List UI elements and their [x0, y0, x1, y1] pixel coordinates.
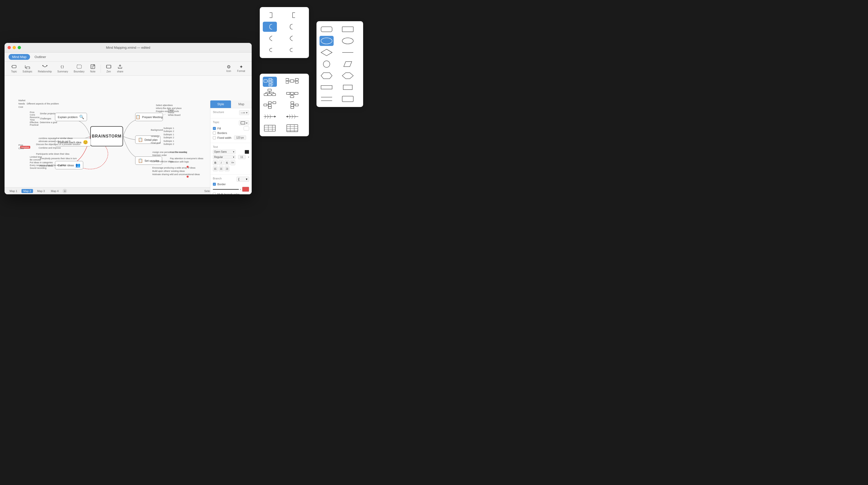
panel-icon-btn[interactable]: ⚙ Icon [224, 64, 234, 74]
fixed-width-value[interactable]: 123 px [234, 136, 246, 140]
italic-btn[interactable]: I [219, 160, 224, 165]
topic-shape-parallelogram[interactable] [341, 59, 355, 69]
topic-shape-lines[interactable] [319, 94, 334, 104]
align-center-btn[interactable] [219, 166, 224, 171]
leaf-host-meeting: Host the meeting [170, 151, 187, 153]
topic-shape-rect3[interactable] [341, 82, 355, 92]
leaf-effective: Effective [30, 121, 38, 124]
align-right-btn[interactable] [224, 166, 229, 171]
style-panel: Style Map Structure —∞ ▾ Topic [210, 101, 252, 187]
branch-shape-3-selected[interactable] [263, 22, 277, 32]
boundary-icon [76, 64, 82, 69]
struct-shape-table1[interactable] [263, 123, 277, 133]
struct-shape-1-selected[interactable] [263, 77, 277, 87]
branch-shape-6[interactable] [285, 33, 299, 44]
topic-shape-line[interactable] [341, 48, 355, 58]
svg-point-34 [321, 38, 332, 44]
struct-shape-5[interactable] [263, 100, 277, 110]
tab-map[interactable]: Map [231, 101, 252, 108]
topic-shape-octagon[interactable] [341, 70, 355, 81]
topic-shape-diamond[interactable] [319, 48, 334, 58]
svg-rect-85 [273, 102, 276, 104]
map-tab-4[interactable]: Map 4 [49, 189, 61, 193]
tab-outliner[interactable]: Outliner [31, 54, 50, 60]
central-node[interactable]: BRAINSTORM [90, 126, 123, 146]
svg-line-104 [289, 117, 290, 119]
leaf-select-attendees: Select attendees [156, 104, 173, 107]
add-map-btn[interactable]: + [63, 189, 67, 193]
svg-point-4 [46, 65, 48, 66]
font-select[interactable]: Open Sans ▾ [213, 150, 236, 154]
topic-shape-rect4[interactable] [341, 94, 355, 104]
tool-relationship[interactable]: Relationship [35, 63, 54, 74]
bold-btn[interactable]: B [213, 160, 218, 165]
tab-mindmap[interactable]: Mind Map [8, 54, 30, 60]
maximize-button[interactable] [18, 46, 21, 49]
panel-format-btn[interactable]: ✦ Format [235, 64, 248, 74]
leaf-paper: Paper [168, 109, 174, 111]
topic-shape-rounded[interactable] [319, 24, 334, 34]
struct-shape-4[interactable] [285, 88, 299, 98]
svg-rect-70 [268, 94, 271, 96]
text-more-btn[interactable]: T+ [230, 160, 235, 165]
tool-share[interactable]: share [115, 63, 126, 74]
map-tab-1[interactable]: Map 1 [7, 189, 20, 193]
borders-checkbox[interactable] [213, 132, 216, 135]
svg-rect-2 [26, 67, 30, 69]
struct-shape-fish1[interactable] [263, 112, 277, 122]
map-tab-3[interactable]: Map 3 [35, 189, 47, 193]
svg-rect-11 [106, 65, 111, 68]
topic-shape-hexagon[interactable] [319, 70, 334, 81]
topic-explain-problem[interactable]: Explain problem 🔍 [55, 113, 87, 121]
branch-shape-4[interactable] [285, 22, 299, 32]
struct-shape-6[interactable] [285, 100, 299, 110]
tool-topic[interactable]: Topic [8, 63, 20, 74]
struct-shape-3[interactable] [263, 88, 277, 98]
topic-select[interactable]: ▾ [239, 120, 249, 125]
tool-subtopic[interactable]: Subtopic [20, 63, 35, 74]
minimize-button[interactable] [12, 46, 16, 49]
tool-zen[interactable]: Zen [103, 63, 114, 74]
map-tab-2[interactable]: Map 2 [22, 189, 33, 193]
leaf-diff-aspects: Different aspects of the problem [27, 103, 59, 105]
fill-row: Fill [213, 126, 249, 131]
topic-shape-rect[interactable] [341, 24, 355, 34]
subtopic-icon [25, 64, 30, 69]
font-size-input[interactable]: 11 [238, 155, 246, 159]
toolbar-right-tools: Zen share [103, 63, 126, 74]
branch-shape-7[interactable] [263, 45, 277, 55]
topic-prepare-meeting[interactable]: 📋 Prepare Meeting [135, 113, 163, 121]
strikethrough-btn[interactable]: S [224, 160, 229, 165]
branch-shape-1[interactable] [263, 10, 277, 20]
border-checkbox[interactable] [213, 183, 216, 186]
icon-panel-label: Icon [226, 69, 231, 73]
branch-shape-5[interactable] [263, 33, 277, 44]
tab-style[interactable]: Style [210, 101, 231, 108]
fill-color-swatch[interactable] [244, 126, 249, 131]
app-window: Mind Mapping.xmind — edited Mind Map Out… [4, 43, 252, 194]
struct-shape-2[interactable] [285, 77, 299, 87]
branch-shape-2[interactable] [285, 10, 299, 20]
topic-shape-circle[interactable] [319, 59, 334, 69]
topic-shape-oval[interactable] [341, 36, 355, 46]
tool-boundary[interactable]: Boundary [71, 63, 87, 74]
struct-shape-fish2[interactable] [285, 112, 299, 122]
branch-shape-8[interactable] [285, 45, 299, 55]
struct-shape-table2[interactable] [285, 123, 299, 133]
structure-select[interactable]: —∞ ▾ [239, 110, 249, 115]
fixed-width-row: Fixed width 123 px [213, 136, 249, 140]
branch-color-swatch[interactable] [242, 187, 249, 187]
topic-shape-oval-selected[interactable] [319, 36, 334, 46]
align-left-btn[interactable] [213, 166, 218, 171]
tool-summary[interactable]: {} Summary [55, 63, 71, 74]
branch-select[interactable]: { ▾ [237, 177, 249, 182]
font-style-select[interactable]: Regular ▾ [213, 155, 236, 159]
text-color-swatch[interactable] [245, 150, 249, 154]
tool-note[interactable]: Note [88, 63, 98, 74]
fixed-width-checkbox[interactable] [213, 136, 216, 139]
svg-marker-99 [274, 116, 276, 118]
leaf-cons: Cons [30, 114, 35, 116]
fill-checkbox[interactable] [213, 127, 216, 130]
topic-shape-rect2[interactable] [319, 82, 334, 92]
close-button[interactable] [7, 46, 11, 49]
